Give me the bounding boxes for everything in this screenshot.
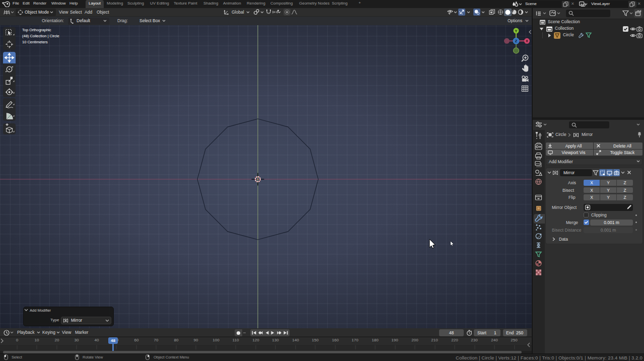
svg-text:X: X (526, 39, 529, 43)
svg-text:Y: Y (515, 29, 518, 33)
svg-text:Z: Z (515, 39, 518, 43)
